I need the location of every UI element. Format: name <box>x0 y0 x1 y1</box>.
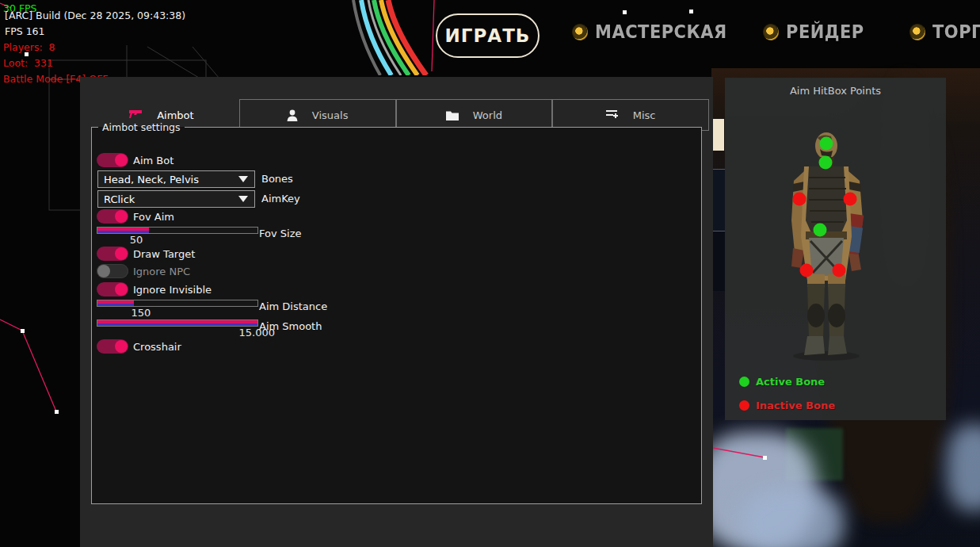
aim-distance-value: 150 <box>125 307 157 319</box>
pistol-icon <box>129 109 143 120</box>
aimkey-dropdown[interactable]: RClick <box>97 190 255 208</box>
toggle-knob <box>115 154 128 166</box>
fov-aim-toggle[interactable] <box>97 209 128 224</box>
aim-distance-slider[interactable] <box>97 300 258 307</box>
toggle-knob <box>115 210 128 223</box>
menu-item-label: МАСТЕРСКАЯ <box>595 21 727 42</box>
inactive-bone-dot-icon <box>739 400 749 411</box>
tab-label: World <box>473 109 502 121</box>
tab-label: Aimbot <box>157 109 193 121</box>
fps-text: FPS 161 <box>5 24 45 40</box>
cheat-menu-panel: Aimbot Visuals World <box>80 77 713 547</box>
hitbox-points <box>725 78 946 420</box>
ignore-npc-toggle[interactable] <box>97 264 128 278</box>
aim-smooth-label: Aim Smooth <box>259 320 322 332</box>
coin-icon <box>570 22 589 42</box>
build-text: [ARC] Build (Dec 28 2025, 09:43:38) <box>5 8 185 24</box>
play-button-label: ИГРАТЬ <box>445 25 531 46</box>
slider-fill <box>97 320 257 326</box>
aim-bot-toggle[interactable] <box>97 153 128 167</box>
hitbox-point-right-shoulder <box>844 193 857 206</box>
fov-size-label: Fov Size <box>259 228 301 239</box>
toggle-knob <box>97 265 110 277</box>
play-button[interactable]: ИГРАТЬ <box>436 13 540 58</box>
filter-list-icon <box>606 109 619 120</box>
loot-count-text: Loot: 331 <box>3 55 53 71</box>
toggle-knob <box>115 247 128 260</box>
coin-icon <box>761 22 780 42</box>
settings-group-title: Aimbot settings <box>98 121 185 133</box>
bones-label: Bones <box>261 173 293 185</box>
aim-distance-label: Aim Distance <box>259 300 327 312</box>
aimkey-dropdown-value: RClick <box>98 193 238 205</box>
hitbox-panel: Aim HitBox Points <box>725 78 946 420</box>
hitbox-point-right-thigh <box>833 264 846 277</box>
ignore-npc-label: Ignore NPC <box>133 266 190 277</box>
bones-dropdown[interactable]: Head, Neck, Pelvis <box>97 170 255 188</box>
fov-size-value: 50 <box>124 234 148 246</box>
aim-bot-label: Aim Bot <box>133 155 174 166</box>
slider-fill <box>97 228 149 233</box>
ignore-invisible-label: Ignore Invisible <box>133 284 212 296</box>
loot-marker <box>55 410 59 414</box>
screen: 30 FPS [ARC] Build (Dec 28 2025, 09:43:3… <box>0 0 980 547</box>
toggle-knob <box>115 283 128 296</box>
person-icon <box>287 109 298 121</box>
folder-icon <box>446 110 459 120</box>
active-bone-dot-icon <box>739 377 749 387</box>
menu-item-trade[interactable]: ТОРГО <box>909 22 980 41</box>
hitbox-point-left-shoulder <box>793 193 806 206</box>
tab-label: Misc <box>633 109 656 121</box>
menu-item-label: РЕЙДЕР <box>786 21 864 42</box>
menu-item-workshop[interactable]: МАСТЕРСКАЯ <box>572 22 727 41</box>
hitbox-point-head <box>820 137 833 151</box>
fov-size-slider[interactable] <box>97 227 258 234</box>
tab-label: Visuals <box>312 109 349 121</box>
legend-label: Inactive Bone <box>756 400 835 411</box>
aimkey-label: AimKey <box>261 193 300 205</box>
players-count-text: Players: 8 <box>3 40 55 55</box>
coin-icon <box>908 22 927 42</box>
crosshair-label: Crosshair <box>133 341 181 353</box>
fov-aim-label: Fov Aim <box>133 211 174 223</box>
toggle-knob <box>115 340 128 353</box>
ignore-invisible-toggle[interactable] <box>97 282 128 296</box>
loot-marker <box>763 456 767 460</box>
aim-smooth-slider[interactable] <box>97 319 258 327</box>
hitbox-point-neck <box>819 156 833 170</box>
debug-overlay: 30 FPS [ARC] Build (Dec 28 2025, 09:43:3… <box>3 0 16 127</box>
legend-inactive-bone: Inactive Bone <box>739 400 835 411</box>
chevron-down-icon <box>238 176 248 182</box>
slider-fill <box>97 300 134 306</box>
crosshair-toggle[interactable] <box>97 339 128 354</box>
chevron-down-icon <box>238 196 248 202</box>
menu-item-label: ТОРГО <box>932 21 980 42</box>
draw-target-toggle[interactable] <box>97 247 128 261</box>
legend-label: Active Bone <box>756 376 825 388</box>
hitbox-point-pelvis <box>814 224 827 237</box>
draw-target-label: Draw Target <box>133 248 195 260</box>
legend-active-bone: Active Bone <box>739 376 825 388</box>
bones-dropdown-value: Head, Neck, Pelvis <box>98 174 238 186</box>
loot-marker <box>21 329 25 333</box>
hitbox-point-left-thigh <box>800 264 814 277</box>
menu-item-raider[interactable]: РЕЙДЕР <box>763 22 864 41</box>
